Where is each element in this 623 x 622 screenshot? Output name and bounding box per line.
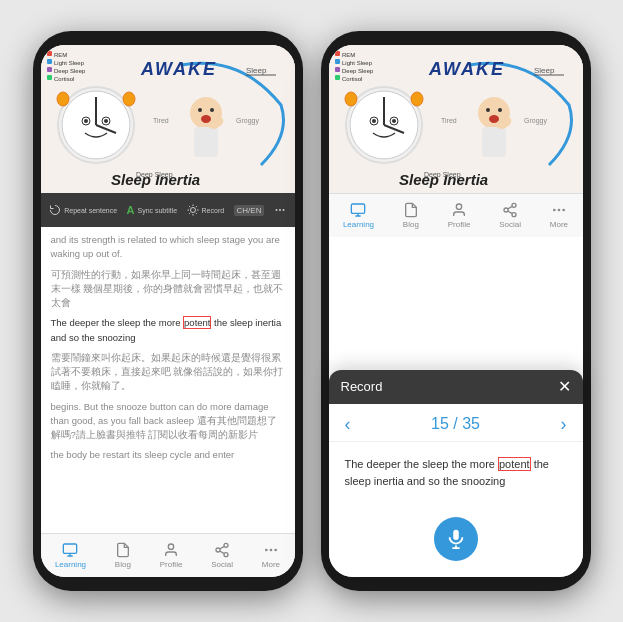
svg-text:Deep Sleep: Deep Sleep <box>136 171 173 179</box>
right-bottom-nav: Learning Blog Profile Social More <box>329 193 583 237</box>
highlighted-sentence: The deeper the sleep the more potent the… <box>51 316 285 345</box>
sentence-part1: The deeper the sleep the more <box>51 317 184 328</box>
svg-point-40 <box>224 543 228 547</box>
record-modal: Record ✕ ‹ 15 / 35 › The deeper the slee… <box>329 370 583 577</box>
repeat-sentence-btn[interactable]: Repeat sentence <box>49 204 117 216</box>
svg-point-89 <box>512 213 516 217</box>
svg-line-44 <box>220 546 225 549</box>
svg-point-15 <box>201 115 211 123</box>
svg-point-56 <box>392 119 396 123</box>
next-btn[interactable]: › <box>561 414 567 435</box>
svg-point-46 <box>270 549 273 552</box>
svg-text:Tired: Tired <box>153 117 169 124</box>
svg-point-42 <box>224 553 228 557</box>
nav-social[interactable]: Social <box>211 542 233 569</box>
right-phone: AWAKE Sleep Sleep Inertia Deep Sleep REM… <box>321 31 591 591</box>
more-options-btn[interactable] <box>274 204 286 216</box>
svg-rect-60 <box>482 127 506 157</box>
svg-point-9 <box>57 92 69 106</box>
svg-point-35 <box>282 209 284 211</box>
highlight-word: potent <box>183 316 211 329</box>
svg-point-88 <box>504 208 508 212</box>
svg-point-8 <box>104 119 108 123</box>
svg-line-90 <box>508 211 513 214</box>
mic-button[interactable] <box>434 517 478 561</box>
svg-text:Sleep: Sleep <box>246 66 267 75</box>
modal-sentence: The deeper the sleep the more potent the… <box>329 442 583 505</box>
svg-point-57 <box>345 92 357 106</box>
svg-text:Deep Sleep: Deep Sleep <box>54 68 86 74</box>
svg-text:REM: REM <box>342 52 355 58</box>
right-nav-social[interactable]: Social <box>499 202 521 229</box>
para5: the body be restart its sleep cycle and … <box>51 448 285 462</box>
right-nav-learning[interactable]: Learning <box>343 202 374 229</box>
sync-subtitle-btn[interactable]: A Sync subtitle <box>127 204 178 216</box>
svg-text:Cortisol: Cortisol <box>342 76 362 82</box>
svg-point-34 <box>279 209 281 211</box>
svg-text:AWAKE: AWAKE <box>140 59 217 79</box>
svg-text:Groggy: Groggy <box>236 117 259 125</box>
svg-point-55 <box>372 119 376 123</box>
video-area: AWAKE Sleep Sleep Inertia Deep Sleep REM… <box>41 45 295 193</box>
svg-text:Cortisol: Cortisol <box>54 76 74 82</box>
svg-point-33 <box>275 209 277 211</box>
left-phone: AWAKE Sleep Sleep Inertia Deep Sleep REM… <box>33 31 303 591</box>
right-nav-profile[interactable]: Profile <box>448 202 471 229</box>
left-content: and its strength is related to which sle… <box>41 227 295 533</box>
record-btn[interactable]: Record <box>187 204 225 216</box>
right-nav-more[interactable]: More <box>550 202 568 229</box>
svg-rect-36 <box>64 544 77 553</box>
svg-text:Deep Sleep: Deep Sleep <box>342 68 374 74</box>
nav-more[interactable]: More <box>262 542 280 569</box>
svg-point-92 <box>553 209 556 212</box>
modal-sentence-part1: The deeper the sleep the more <box>345 458 498 470</box>
para2: 可預測性的行動，如果你早上同一時間起床，甚至週末一樣 幾個星期後，你的身體就會習… <box>51 268 285 311</box>
modal-nav: ‹ 15 / 35 › <box>329 404 583 442</box>
modal-header: Record ✕ <box>329 370 583 404</box>
svg-point-32 <box>190 208 195 213</box>
svg-rect-72 <box>335 59 340 64</box>
sentence-counter: 15 / 35 <box>431 415 480 433</box>
svg-point-47 <box>274 549 277 552</box>
svg-point-14 <box>210 108 214 112</box>
svg-rect-83 <box>352 204 365 213</box>
svg-rect-26 <box>47 67 52 72</box>
lang-badge[interactable]: CH/EN <box>234 205 265 216</box>
svg-text:Sleep: Sleep <box>534 66 555 75</box>
svg-point-7 <box>84 119 88 123</box>
svg-rect-28 <box>47 75 52 80</box>
left-bottom-nav: Learning Blog Profile Social More <box>41 533 295 577</box>
right-video-area: AWAKE Sleep Sleep Inertia Deep Sleep REM… <box>329 45 583 193</box>
svg-text:AWAKE: AWAKE <box>428 59 505 79</box>
para1: and its strength is related to which sle… <box>51 233 285 262</box>
nav-profile[interactable]: Profile <box>160 542 183 569</box>
left-screen: AWAKE Sleep Sleep Inertia Deep Sleep REM… <box>41 45 295 577</box>
mic-area <box>329 505 583 577</box>
svg-point-58 <box>411 92 423 106</box>
svg-point-87 <box>512 203 516 207</box>
modal-close-btn[interactable]: ✕ <box>558 377 571 396</box>
nav-blog[interactable]: Blog <box>115 542 131 569</box>
modal-highlight-word: potent <box>498 457 531 471</box>
para3: 需要鬧鐘來叫你起床。如果起床的時候還是覺得很累 試著不要賴床，直接起來吧 就像俗… <box>51 351 285 394</box>
svg-point-45 <box>265 549 268 552</box>
modal-title: Record <box>341 379 383 394</box>
right-screen: AWAKE Sleep Sleep Inertia Deep Sleep REM… <box>329 45 583 577</box>
svg-text:Tired: Tired <box>441 117 457 124</box>
svg-point-61 <box>486 108 490 112</box>
svg-line-43 <box>220 551 225 554</box>
svg-point-39 <box>168 544 173 549</box>
prev-btn[interactable]: ‹ <box>345 414 351 435</box>
svg-rect-74 <box>335 67 340 72</box>
nav-learning[interactable]: Learning <box>55 542 86 569</box>
para4: begins. But the snooze button can do mor… <box>51 400 285 443</box>
svg-point-10 <box>123 92 135 106</box>
svg-point-93 <box>558 209 561 212</box>
svg-point-63 <box>489 115 499 123</box>
right-nav-blog[interactable]: Blog <box>403 202 419 229</box>
svg-point-13 <box>198 108 202 112</box>
svg-text:Light Sleep: Light Sleep <box>54 60 85 66</box>
svg-rect-24 <box>47 59 52 64</box>
svg-text:Light Sleep: Light Sleep <box>342 60 373 66</box>
svg-rect-12 <box>194 127 218 157</box>
